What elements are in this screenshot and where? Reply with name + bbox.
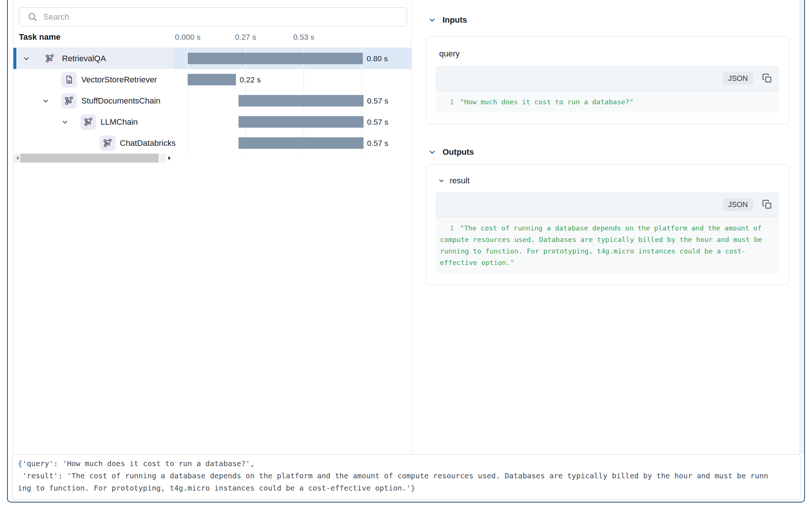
copy-icon[interactable] — [762, 73, 773, 84]
query-code-block: JSON 1"How much does it cost to run a da… — [435, 66, 779, 113]
task-name-cell: ChatDatabricks — [13, 132, 240, 154]
chain-icon — [45, 53, 55, 63]
duration-bar — [188, 74, 236, 85]
output-field-name: result — [450, 176, 470, 186]
duration-label: 0.57 s — [367, 111, 388, 132]
search-placeholder: Search — [43, 12, 69, 22]
task-name-label: VectorStoreRetriever — [81, 75, 157, 85]
chevron-down-icon[interactable] — [22, 55, 30, 63]
axis-tick-1: 0.27 s — [235, 33, 256, 42]
input-field-name: query — [439, 49, 779, 59]
task-name-cell: VectorStoreRetriever — [13, 69, 201, 90]
line-number: 1 — [440, 222, 454, 234]
chain-icon-badge — [80, 114, 96, 130]
document-icon-badge — [61, 72, 77, 88]
result-code-block: JSON 1"The cost of running a database de… — [435, 192, 779, 273]
chain-icon — [103, 138, 113, 148]
trace-row-VectorStoreRetriever[interactable]: VectorStoreRetriever0.22 s — [13, 69, 411, 90]
trace-row-ChatDatabricks[interactable]: ChatDatabricks0.57 s — [13, 132, 411, 154]
duration-label: 0.22 s — [240, 69, 261, 90]
inputs-section-header[interactable]: Inputs — [425, 14, 790, 26]
task-name-label: StuffDocumentsChain — [81, 96, 161, 106]
trace-row-LLMChain[interactable]: LLMChain0.57 s — [13, 111, 411, 132]
task-name-cell: StuffDocumentsChain — [13, 90, 201, 111]
task-name-header: Task name — [19, 32, 60, 42]
code-block-toolbar: JSON — [435, 192, 779, 217]
task-name-cell: RetrievalQA — [13, 48, 182, 69]
span-detail-panel: Inputs query JSON 1"How much does it cos… — [425, 0, 790, 285]
json-format-button[interactable]: JSON — [723, 198, 753, 211]
inputs-title: Inputs — [443, 15, 467, 25]
outputs-section-header[interactable]: Outputs — [425, 146, 790, 158]
trace-rows: RetrievalQA0.80 sVectorStoreRetriever0.2… — [13, 48, 411, 154]
duration-bar — [239, 95, 364, 107]
expand-toggle[interactable] — [60, 118, 69, 127]
vertical-scrollbar-track[interactable] — [799, 0, 805, 454]
result-collapse-toggle[interactable]: result — [438, 176, 779, 186]
axis-tick-2: 0.53 s — [293, 33, 314, 42]
duration-label: 0.80 s — [366, 48, 388, 69]
chain-icon-badge — [42, 51, 57, 66]
query-code-body: 1"How much does it cost to run a databas… — [435, 91, 779, 113]
duration-label: 0.57 s — [367, 132, 388, 154]
chain-icon — [64, 96, 74, 106]
task-name-label: RetrievalQA — [62, 54, 106, 63]
scroll-right-button[interactable] — [166, 154, 173, 163]
tree-header-row: Task name 0.000 s 0.27 s 0.53 s — [13, 26, 411, 48]
chain-icon-badge — [61, 93, 77, 109]
expand-toggle[interactable] — [22, 54, 31, 63]
chain-icon-badge — [100, 135, 115, 151]
duration-bar — [188, 53, 363, 64]
trace-viewer-cell: Search Task name 0.000 s 0.27 s 0.53 s R… — [0, 0, 812, 511]
chevron-down-icon[interactable] — [438, 177, 445, 184]
duration-bar — [239, 137, 364, 149]
outputs-card: result JSON 1"The cost of running a data… — [426, 164, 789, 285]
output-text: {'query': 'How much does it cost to run … — [13, 455, 801, 497]
scrollbar-thumb[interactable] — [20, 154, 158, 163]
query-value: "How much does it cost to run a database… — [460, 98, 634, 106]
search-input[interactable]: Search — [19, 7, 407, 26]
duration-bar — [239, 116, 364, 128]
outputs-title: Outputs — [443, 147, 474, 157]
expand-toggle[interactable] — [41, 96, 50, 105]
chevron-down-icon[interactable] — [428, 148, 437, 157]
task-name-label: ChatDatabricks — [120, 138, 175, 148]
axis-tick-0: 0.000 s — [175, 33, 201, 42]
inputs-card: query JSON 1"How much does it cost to ru… — [426, 36, 789, 124]
document-icon — [64, 75, 74, 85]
chain-icon — [83, 117, 93, 127]
notebook-text-output: {'query': 'How much does it cost to run … — [12, 454, 801, 499]
task-name-cell: LLMChain — [13, 111, 221, 132]
line-number: 1 — [440, 96, 454, 108]
copy-icon[interactable] — [762, 199, 773, 210]
result-value: "The cost of running a database depends … — [440, 224, 762, 266]
scroll-left-button[interactable] — [14, 154, 21, 163]
horizontal-scrollbar[interactable] — [14, 154, 173, 163]
trace-row-StuffDocumentsChain[interactable]: StuffDocumentsChain0.57 s — [13, 90, 411, 111]
code-block-toolbar: JSON — [435, 66, 779, 91]
chevron-down-icon[interactable] — [42, 97, 50, 105]
result-code-body: 1"The cost of running a database depends… — [435, 217, 779, 273]
duration-label: 0.57 s — [367, 90, 388, 111]
search-icon — [27, 12, 37, 22]
task-name-label: LLMChain — [101, 117, 138, 127]
chevron-down-icon[interactable] — [428, 16, 437, 24]
trace-row-RetrievalQA[interactable]: RetrievalQA0.80 s — [13, 48, 411, 69]
chevron-down-icon[interactable] — [61, 118, 69, 126]
json-format-button[interactable]: JSON — [723, 72, 753, 85]
trace-tree-panel: Search Task name 0.000 s 0.27 s 0.53 s R… — [13, 0, 412, 454]
